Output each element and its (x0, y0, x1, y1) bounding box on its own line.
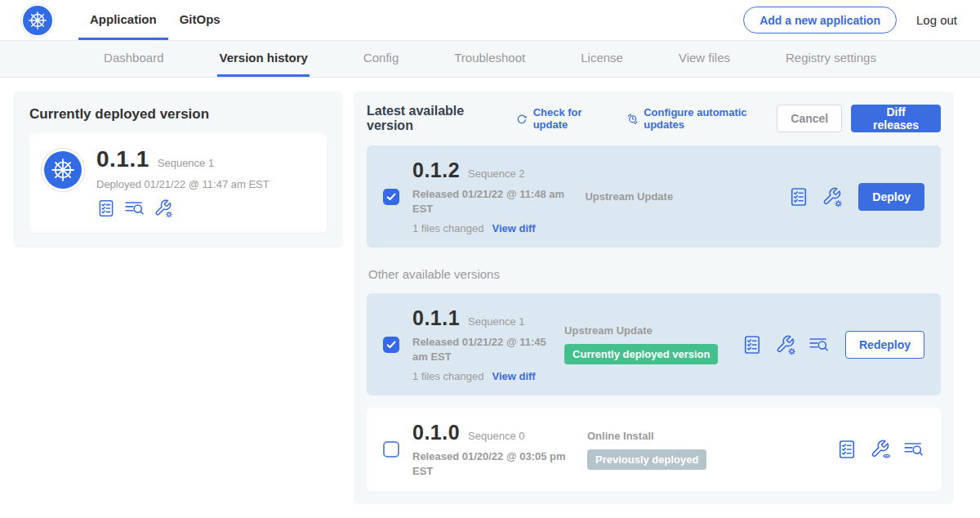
kubernetes-logo-icon (23, 6, 52, 35)
version-sequence: Sequence 2 (468, 167, 524, 180)
release-checklist-icon[interactable] (96, 199, 116, 218)
version-history-panel: Latest available version Check for updat… (354, 92, 954, 504)
deployed-sequence: Sequence 1 (158, 157, 214, 169)
kots-admin-console: Application GitOps Add a new application… (0, 0, 980, 518)
release-checklist-icon[interactable] (788, 186, 809, 208)
view-logs-icon[interactable] (124, 199, 145, 218)
version-source: Upstream Update (585, 190, 788, 203)
subnav-license[interactable]: License (579, 41, 625, 77)
subnav-troubleshoot[interactable]: Troubleshoot (452, 41, 527, 77)
kubernetes-app-icon (44, 151, 82, 189)
release-checklist-icon[interactable] (836, 439, 858, 460)
subnav-config[interactable]: Config (362, 41, 400, 77)
version-actions: Deploy (788, 183, 924, 211)
deployed-timestamp: Deployed 01/21/22 @ 11:47 am EST (96, 178, 270, 190)
version-sequence: Sequence 1 (468, 315, 524, 328)
checkmark-icon (385, 338, 398, 351)
source-label: Online Install (587, 430, 793, 442)
version-info: 0.1.0 Sequence 0 Released 01/20/22 @ 03:… (412, 421, 576, 478)
view-diff-link[interactable]: View diff (492, 222, 535, 234)
version-number: 0.1.0 (412, 421, 460, 444)
version-actions (836, 439, 924, 460)
view-config-icon[interactable] (870, 439, 891, 460)
source-label: Upstream Update (564, 324, 742, 337)
diff-releases-button[interactable]: Diff releases (851, 105, 941, 132)
cancel-button[interactable]: Cancel (777, 105, 842, 132)
subnav-dashboard[interactable]: Dashboard (102, 41, 165, 77)
configure-automatic-updates-button[interactable]: Configure automatic updates (626, 106, 777, 131)
version-sequence: Sequence 0 (468, 430, 524, 442)
files-changed: 1 files changed (412, 222, 483, 234)
version-info: 0.1.2 Sequence 2 Released 01/21/22 @ 11:… (412, 159, 573, 234)
tab-gitops[interactable]: GitOps (168, 0, 232, 40)
source-label: Upstream Update (585, 190, 788, 203)
latest-version-title: Latest available version (367, 104, 501, 133)
topbar-right: Add a new application Log out (743, 0, 980, 40)
latest-version-header: Latest available version Check for updat… (367, 104, 941, 133)
deploy-button[interactable]: Deploy (858, 183, 924, 211)
files-changed: 1 files changed (412, 370, 483, 382)
version-row-0.1.2: 0.1.2 Sequence 2 Released 01/21/22 @ 11:… (367, 145, 941, 248)
version-info: 0.1.1 Sequence 1 Released 01/21/22 @ 11:… (412, 306, 553, 382)
tab-gitops-label: GitOps (180, 12, 220, 26)
released-timestamp: Released 01/20/22 @ 03:05 pm EST (412, 449, 576, 478)
logout-link[interactable]: Log out (916, 13, 957, 27)
add-application-button[interactable]: Add a new application (743, 7, 897, 33)
view-logs-icon[interactable] (808, 334, 830, 355)
version-source: Upstream Update Currently deployed versi… (564, 324, 742, 364)
app-subnav: Dashboard Version history Config Trouble… (0, 41, 980, 78)
edit-config-icon[interactable] (154, 199, 173, 218)
version-actions: Redeploy (742, 331, 924, 359)
subnav-view-files[interactable]: View files (677, 41, 732, 77)
checkmark-icon (385, 190, 398, 203)
check-for-update-button[interactable]: Check for update (515, 106, 612, 131)
refresh-icon (515, 112, 528, 126)
version-number: 0.1.1 (412, 306, 460, 330)
edit-config-icon[interactable] (775, 334, 796, 355)
auto-update-clock-icon (626, 112, 639, 126)
version-checkbox[interactable] (383, 337, 399, 353)
subnav-registry-settings[interactable]: Registry settings (784, 41, 878, 77)
edit-config-icon[interactable] (822, 186, 843, 208)
currently-deployed-panel: Currently deployed version 0.1.1 Sequenc… (13, 92, 343, 248)
currently-deployed-title: Currently deployed version (29, 106, 327, 123)
version-row-0.1.1: 0.1.1 Sequence 1 Released 01/21/22 @ 11:… (367, 293, 941, 395)
released-timestamp: Released 01/21/22 @ 11:45 am EST (412, 335, 553, 364)
version-checkbox[interactable] (383, 441, 399, 458)
tab-application[interactable]: Application (78, 0, 168, 40)
tab-application-label: Application (90, 12, 157, 26)
released-timestamp: Released 01/21/22 @ 11:48 am EST (412, 187, 573, 216)
redeploy-button[interactable]: Redeploy (845, 331, 924, 359)
version-checkbox[interactable] (383, 189, 399, 205)
subnav-version-history[interactable]: Version history (217, 41, 309, 77)
previously-deployed-badge: Previously deployed (587, 449, 706, 470)
version-row-0.1.0: 0.1.0 Sequence 0 Released 01/20/22 @ 03:… (367, 408, 941, 491)
release-checklist-icon[interactable] (742, 334, 763, 355)
view-logs-icon[interactable] (903, 439, 924, 460)
app-tabs: Application GitOps (78, 0, 232, 40)
other-versions-title: Other available versions (368, 267, 941, 281)
deployed-version-info: 0.1.1 Sequence 1 Deployed 01/21/22 @ 11:… (96, 146, 270, 218)
top-navbar: Application GitOps Add a new application… (0, 0, 980, 41)
version-number: 0.1.2 (412, 159, 460, 182)
deployed-version-card: 0.1.1 Sequence 1 Deployed 01/21/22 @ 11:… (29, 133, 327, 233)
version-source: Online Install Previously deployed (587, 430, 793, 470)
currently-deployed-badge: Currently deployed version (564, 344, 718, 364)
deployed-version-number: 0.1.1 (96, 146, 149, 172)
view-diff-link[interactable]: View diff (492, 370, 535, 382)
